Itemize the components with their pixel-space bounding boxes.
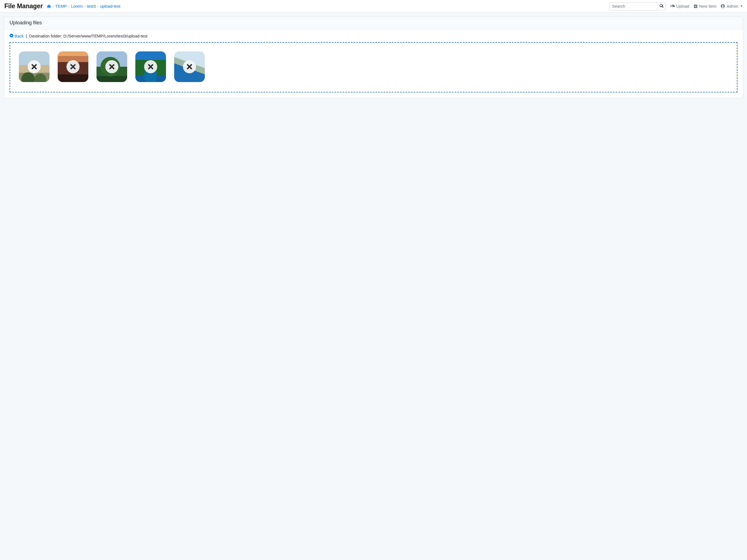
plus-square-icon: [694, 4, 697, 8]
back-link[interactable]: Back: [9, 34, 24, 38]
card-header: Uploading files: [4, 17, 743, 29]
upload-thumb[interactable]: [97, 51, 127, 82]
breadcrumb-sep: ›: [68, 5, 70, 8]
remove-upload-button[interactable]: [144, 60, 157, 73]
upload-card: Uploading files Back | Destination folde…: [4, 17, 743, 98]
breadcrumb-item-temp[interactable]: TEMP: [55, 4, 67, 8]
close-icon: [108, 63, 115, 70]
remove-upload-button[interactable]: [28, 60, 41, 73]
dest-path: D:/Server/www/TEMP/Lorem/test3/upload-te…: [63, 34, 148, 38]
page-body: Uploading files Back | Destination folde…: [0, 12, 747, 102]
upload-link[interactable]: Upload: [670, 4, 690, 8]
remove-upload-button[interactable]: [67, 60, 80, 73]
user-label: Admin: [726, 4, 738, 8]
breadcrumb-sep: ›: [84, 5, 85, 8]
chevron-down-icon: [741, 5, 743, 7]
user-circle-icon: [721, 4, 725, 8]
breadcrumb: › TEMP › Lorem › test3 › upload-test: [47, 4, 121, 8]
upload-thumb[interactable]: [135, 51, 166, 82]
remove-upload-button[interactable]: [105, 60, 119, 73]
dropzone[interactable]: [9, 42, 738, 93]
close-icon: [186, 63, 193, 70]
search-button[interactable]: [657, 2, 666, 10]
dest-prefix: Destination folder:: [29, 34, 63, 38]
user-menu[interactable]: Admin: [721, 4, 743, 8]
breadcrumb-sep: ›: [97, 5, 98, 8]
card-body: Back | Destination folder: D:/Server/www…: [4, 29, 743, 98]
destination-line: Back | Destination folder: D:/Server/www…: [9, 34, 738, 38]
new-item-label: New Item: [699, 4, 716, 8]
close-icon: [70, 63, 76, 70]
breadcrumb-item-lorem[interactable]: Lorem: [71, 4, 83, 8]
close-icon: [31, 63, 37, 70]
brand[interactable]: File Manager: [4, 2, 43, 10]
cloud-upload-icon: [670, 4, 675, 8]
breadcrumb-sep: ›: [53, 5, 54, 8]
new-item-link[interactable]: New Item: [694, 4, 716, 8]
search-input[interactable]: [609, 2, 657, 10]
separator: |: [26, 34, 27, 38]
navbar: File Manager › TEMP › Lorem › test3 › up…: [0, 0, 747, 12]
upload-thumb[interactable]: [174, 51, 205, 82]
upload-thumb[interactable]: [58, 51, 88, 82]
arrow-left-circle-icon: [9, 34, 14, 38]
upload-label: Upload: [676, 4, 690, 8]
search-icon: [660, 4, 663, 8]
close-icon: [147, 63, 154, 70]
back-label: Back: [15, 34, 24, 38]
upload-thumb[interactable]: [19, 51, 50, 82]
home-icon[interactable]: [47, 4, 51, 8]
breadcrumb-item-upload-test[interactable]: upload-test: [100, 4, 120, 8]
remove-upload-button[interactable]: [183, 60, 196, 73]
search: [609, 2, 666, 10]
nav-actions: Upload New Item Admin: [670, 4, 743, 8]
breadcrumb-item-test3[interactable]: test3: [87, 4, 96, 8]
